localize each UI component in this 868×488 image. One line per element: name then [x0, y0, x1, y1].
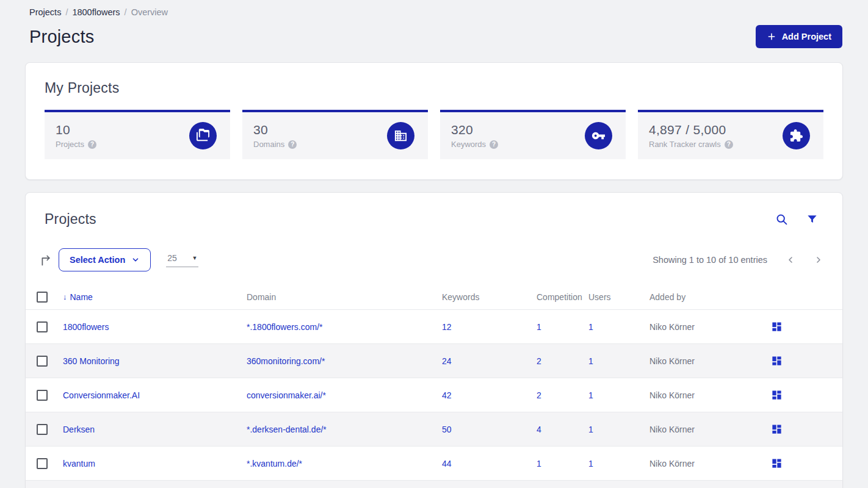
dashboard-icon[interactable]	[771, 423, 783, 435]
table-row: kvantum *.kvantum.de/* 44 1 1 Niko Körne…	[26, 446, 842, 480]
added-by-label: Niko Körner	[649, 459, 695, 468]
building-icon	[387, 122, 414, 149]
breadcrumb-item-overview: Overview	[131, 7, 168, 17]
project-users-link[interactable]: 1	[588, 356, 593, 366]
my-projects-title: My Projects	[45, 80, 823, 96]
project-competition-link[interactable]: 1	[537, 459, 541, 468]
select-action-button[interactable]: Select Action	[59, 248, 151, 271]
project-domain-link[interactable]: *.derksen-dental.de/*	[247, 425, 327, 434]
key-icon	[585, 122, 612, 149]
project-name-link[interactable]: 360 Monitoring	[63, 356, 120, 366]
add-project-label: Add Project	[782, 32, 831, 41]
add-project-button[interactable]: Add Project	[756, 25, 842, 48]
project-keywords-link[interactable]: 24	[442, 356, 452, 366]
row-checkbox[interactable]	[37, 458, 48, 469]
dashboard-icon[interactable]	[771, 321, 783, 332]
column-header-added-by[interactable]: Added by	[649, 292, 767, 302]
my-projects-panel: My Projects 10 Projects ? 30 Domains ? 3…	[25, 62, 843, 180]
table-row: Derksen *.derksen-dental.de/* 50 4 1 Nik…	[26, 412, 842, 446]
projects-copy-icon	[189, 122, 217, 149]
project-competition-link[interactable]: 2	[537, 356, 541, 366]
column-header-competition[interactable]: Competition	[537, 292, 588, 302]
project-keywords-link[interactable]: 42	[442, 390, 452, 400]
pagination-next-button[interactable]	[814, 255, 823, 265]
column-header-name[interactable]: ↓ Name	[63, 292, 247, 302]
chevron-down-icon	[131, 256, 140, 264]
added-by-label: Niko Körner	[649, 425, 695, 434]
help-icon[interactable]: ?	[288, 140, 297, 149]
table-header-row: ↓ Name Domain Keywords Competition Users…	[26, 284, 842, 309]
puzzle-icon	[783, 122, 810, 149]
projects-table-panel: Projects Select Action 25 ▼ Showing 1 to…	[25, 192, 843, 488]
select-caret-icon: ▼	[192, 255, 197, 261]
share-arrow-icon[interactable]	[40, 254, 52, 267]
stat-label: Keywords	[451, 140, 486, 149]
project-name-link[interactable]: 1800flowers	[63, 322, 109, 332]
stat-card: 320 Keywords ?	[440, 110, 626, 159]
stat-value: 4,897 / 5,000	[649, 123, 733, 137]
breadcrumb-item-projects[interactable]: Projects	[29, 7, 61, 17]
stats-row: 10 Projects ? 30 Domains ? 320 Keywords …	[45, 110, 823, 159]
showing-entries-text: Showing 1 to 10 of 10 entries	[653, 255, 767, 265]
project-keywords-link[interactable]: 12	[442, 322, 452, 332]
project-name-link[interactable]: kvantum	[63, 459, 95, 468]
help-icon[interactable]: ?	[490, 140, 498, 149]
stat-label: Domains	[253, 140, 284, 149]
select-all-checkbox[interactable]	[37, 292, 48, 303]
row-checkbox[interactable]	[37, 390, 48, 401]
added-by-label: Niko Körner	[649, 356, 695, 366]
column-header-keywords[interactable]: Keywords	[442, 292, 537, 302]
project-keywords-link[interactable]: 50	[442, 425, 452, 434]
select-action-label: Select Action	[70, 255, 125, 265]
project-domain-link[interactable]: conversionmaker.ai/*	[247, 390, 326, 400]
page-title: Projects	[29, 27, 94, 47]
row-checkbox[interactable]	[37, 356, 48, 367]
table-row: Conversionmaker.AI conversionmaker.ai/* …	[26, 378, 842, 412]
row-checkbox[interactable]	[37, 424, 48, 435]
table-row: 1800flowers *.1800flowers.com/* 12 1 1 N…	[26, 309, 842, 343]
project-users-link[interactable]: 1	[588, 425, 593, 434]
chevron-right-icon	[814, 255, 823, 265]
search-icon[interactable]	[775, 213, 788, 226]
chevron-left-icon	[786, 255, 795, 265]
breadcrumb-item-1800flowers[interactable]: 1800flowers	[72, 7, 120, 17]
help-icon[interactable]: ?	[88, 140, 96, 149]
project-competition-link[interactable]: 4	[537, 425, 541, 434]
pagination-prev-button[interactable]	[786, 255, 795, 265]
dashboard-icon[interactable]	[771, 458, 783, 469]
project-competition-link[interactable]: 2	[537, 390, 541, 400]
project-name-link[interactable]: Derksen	[63, 425, 95, 434]
row-checkbox[interactable]	[37, 321, 48, 332]
project-users-link[interactable]: 1	[588, 390, 593, 400]
dashboard-icon[interactable]	[771, 389, 783, 401]
added-by-label: Niko Körner	[649, 322, 695, 332]
stat-card: 30 Domains ?	[242, 110, 428, 159]
breadcrumb-separator: /	[125, 7, 127, 17]
table-row: 360 Monitoring 360monitoring.com/* 24 2 …	[26, 343, 842, 378]
project-competition-link[interactable]: 1	[537, 322, 541, 332]
project-keywords-link[interactable]: 44	[442, 459, 452, 468]
stat-value: 10	[56, 123, 96, 137]
help-icon[interactable]: ?	[725, 140, 733, 149]
project-users-link[interactable]: 1	[588, 322, 593, 332]
stat-label: Projects	[56, 140, 84, 149]
project-users-link[interactable]: 1	[588, 459, 593, 468]
page-header: Projects / 1800flowers / Overview Projec…	[0, 0, 868, 48]
breadcrumb-separator: /	[65, 7, 68, 17]
project-name-link[interactable]: Conversionmaker.AI	[63, 390, 140, 400]
dashboard-icon[interactable]	[771, 355, 783, 367]
column-header-domain[interactable]: Domain	[247, 292, 442, 302]
sort-desc-icon: ↓	[63, 292, 67, 301]
page-size-select[interactable]: 25 ▼	[166, 253, 198, 267]
breadcrumb: Projects / 1800flowers / Overview	[29, 7, 842, 17]
table-body: 1800flowers *.1800flowers.com/* 12 1 1 N…	[26, 309, 842, 480]
stat-value: 320	[451, 123, 498, 137]
project-domain-link[interactable]: 360monitoring.com/*	[247, 356, 325, 366]
column-header-users[interactable]: Users	[588, 292, 649, 302]
table-row-partial	[26, 480, 842, 488]
stat-value: 30	[253, 123, 297, 137]
filter-icon[interactable]	[806, 214, 818, 225]
project-domain-link[interactable]: *.1800flowers.com/*	[247, 322, 323, 332]
stat-label: Rank Tracker crawls	[649, 140, 721, 149]
project-domain-link[interactable]: *.kvantum.de/*	[247, 459, 302, 468]
